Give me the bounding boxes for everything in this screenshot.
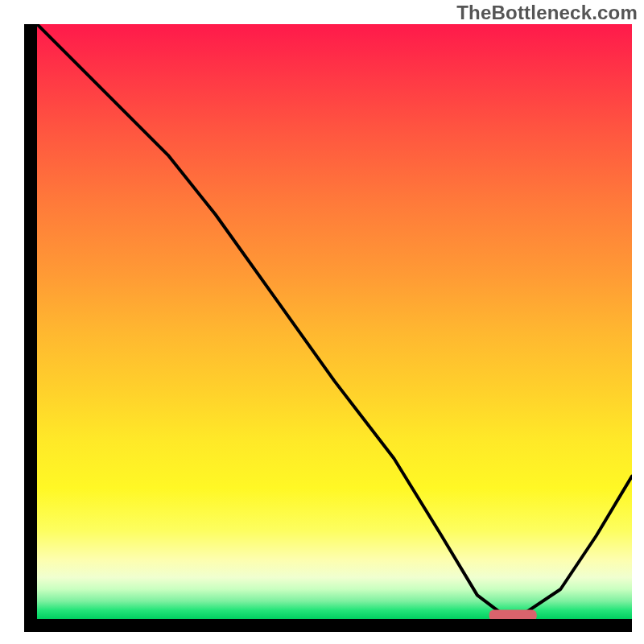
watermark-text: TheBottleneck.com xyxy=(456,2,638,24)
optimal-range-marker xyxy=(489,610,537,619)
plot-area xyxy=(24,24,632,632)
bottleneck-curve xyxy=(37,24,632,613)
chart-stage: TheBottleneck.com xyxy=(0,0,644,644)
curve-layer xyxy=(37,24,632,619)
